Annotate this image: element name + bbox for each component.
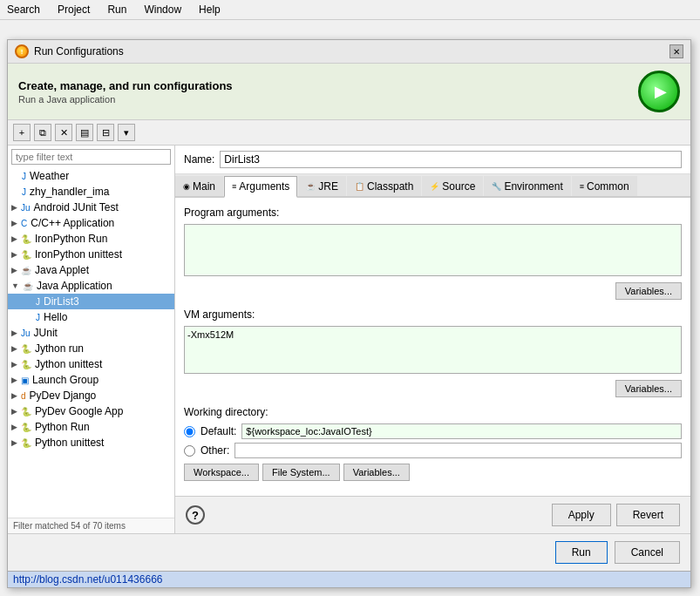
tab-common-label: Common xyxy=(587,180,629,193)
tree-item-junit[interactable]: ▶ Ju JUnit xyxy=(8,325,174,341)
group-icon: 🐍 xyxy=(21,360,31,369)
workspace-buttons-row: Workspace... File System... Variables... xyxy=(184,464,682,481)
expand-icon[interactable]: ▶ xyxy=(11,438,17,447)
tree-item-ironpython-unittest[interactable]: ▶ 🐍 IronPython unittest xyxy=(8,247,174,262)
dir-variables-button[interactable]: Variables... xyxy=(343,464,410,481)
tab-arguments[interactable]: ≡ Arguments xyxy=(224,176,297,198)
tab-classpath[interactable]: 📋 Classpath xyxy=(347,176,421,196)
name-label: Name: xyxy=(184,153,214,166)
tree-item-jython-unittest[interactable]: ▶ 🐍 Jython unittest xyxy=(8,356,174,372)
expand-icon[interactable]: ▶ xyxy=(11,391,17,400)
tab-environment-label: Environment xyxy=(504,180,562,193)
expand-icon[interactable]: ▶ xyxy=(11,219,17,227)
java-icon: J xyxy=(36,313,40,322)
tree-item-label: Java Applet xyxy=(35,264,89,276)
vm-args-input[interactable]: -Xmx512M xyxy=(184,326,682,374)
expand-icon[interactable]: ▶ xyxy=(11,203,17,212)
dialog-icon: ! xyxy=(15,44,29,58)
tree-item-label: Weather xyxy=(30,170,69,182)
expand-icon[interactable]: ▼ xyxy=(11,281,19,290)
tree-item-python-unittest[interactable]: ▶ 🐍 Python unittest xyxy=(8,435,174,450)
expand-icon[interactable]: ▶ xyxy=(11,250,17,259)
menu-search[interactable]: Search xyxy=(3,2,44,17)
vm-args-variables-button[interactable]: Variables... xyxy=(615,380,682,397)
expand-icon[interactable]: ▶ xyxy=(11,423,17,431)
right-panel: Name: ◉ Main ≡ Arguments ☕ JRE 📋 xyxy=(175,146,690,533)
other-radio[interactable] xyxy=(184,445,195,457)
expand-icon[interactable]: ▶ xyxy=(11,328,17,337)
other-radio-row: Other: xyxy=(184,443,682,458)
tree-item-label: Hello xyxy=(44,311,67,323)
tab-environment[interactable]: 🔧 Environment xyxy=(484,176,570,196)
tree-item-java-application[interactable]: ▼ ☕ Java Application xyxy=(8,278,174,294)
group-icon: 🐍 xyxy=(21,344,31,354)
tree-item-cpp[interactable]: ▶ C C/C++ Application xyxy=(8,215,174,231)
tab-jre[interactable]: ☕ JRE xyxy=(298,176,346,196)
delete-button[interactable]: ✕ xyxy=(55,124,72,141)
tree-item-ironpython-run[interactable]: ▶ 🐍 IronPython Run xyxy=(8,231,174,247)
classpath-tab-icon: 📋 xyxy=(355,182,364,191)
dialog-titlebar: ! Run Configurations ✕ xyxy=(8,40,690,64)
workspace-button[interactable]: Workspace... xyxy=(184,464,259,481)
tree-item-hello[interactable]: J Hello xyxy=(8,309,174,325)
tab-common[interactable]: ≡ Common xyxy=(572,176,637,196)
tab-source[interactable]: ⚡ Source xyxy=(422,176,483,196)
program-args-variables-button[interactable]: Variables... xyxy=(615,282,682,300)
footer-url: http://blog.csdn.net/u011436666 xyxy=(13,573,162,586)
tab-jre-label: JRE xyxy=(318,180,338,193)
tree-item-pydev-django[interactable]: ▶ d PyDev Django xyxy=(8,388,174,403)
default-radio-label[interactable]: Default: xyxy=(200,425,236,437)
tree-item-label: IronPython unittest xyxy=(35,248,122,261)
other-dir-input[interactable] xyxy=(234,443,682,458)
filesystem-button[interactable]: File System... xyxy=(262,464,340,481)
expand-icon[interactable]: ▶ xyxy=(11,344,17,353)
cancel-button[interactable]: Cancel xyxy=(615,541,680,564)
tree-item-pydev-google[interactable]: ▶ 🐍 PyDev Google App xyxy=(8,403,174,419)
expand-icon[interactable]: ▶ xyxy=(11,266,17,274)
group-icon: 🐍 xyxy=(21,438,31,448)
tree-item-launch-group[interactable]: ▶ ▣ Launch Group xyxy=(8,372,174,388)
menu-help[interactable]: Help xyxy=(195,2,224,17)
default-radio[interactable] xyxy=(184,426,195,437)
tree-item-zhy[interactable]: J zhy_handler_ima xyxy=(8,184,174,200)
run-configurations-dialog: ! Run Configurations ✕ Create, manage, a… xyxy=(7,39,691,588)
tree-item-java-applet[interactable]: ▶ ☕ Java Applet xyxy=(8,262,174,278)
menu-project[interactable]: Project xyxy=(54,2,93,17)
run-large-button[interactable] xyxy=(638,71,680,112)
bottom-right-buttons: Apply Revert xyxy=(552,504,680,526)
run-button[interactable]: Run xyxy=(555,541,608,564)
java-icon: J xyxy=(22,187,26,197)
collapse-all-button[interactable]: ⊟ xyxy=(97,124,114,141)
tree-item-dirlist3[interactable]: J DirList3 xyxy=(8,294,174,309)
environment-tab-icon: 🔧 xyxy=(492,182,501,191)
expand-icon[interactable]: ▶ xyxy=(11,360,17,369)
menu-run[interactable]: Run xyxy=(104,2,130,17)
tab-main[interactable]: ◉ Main xyxy=(175,176,223,196)
tree-item-python-run[interactable]: ▶ 🐍 Python Run xyxy=(8,419,174,435)
tree-item-android-junit[interactable]: ▶ Ju Android JUnit Test xyxy=(8,200,174,215)
filter-button[interactable]: ▤ xyxy=(76,124,93,141)
filter-status: Filter matched 54 of 70 items xyxy=(8,518,174,533)
tree-item-label: C/C++ Application xyxy=(31,217,114,229)
default-dir-input[interactable] xyxy=(241,423,682,439)
menu-window[interactable]: Window xyxy=(140,2,185,17)
revert-button[interactable]: Revert xyxy=(616,504,680,526)
close-button[interactable]: ✕ xyxy=(669,44,683,58)
expand-icon[interactable]: ▶ xyxy=(11,407,17,416)
header-title: Create, manage, and run configurations xyxy=(18,79,233,92)
new-config-button[interactable]: + xyxy=(13,124,31,141)
tree-item-weather[interactable]: J Weather xyxy=(8,168,174,184)
name-input[interactable] xyxy=(220,151,682,168)
expand-icon[interactable]: ▶ xyxy=(11,234,17,243)
dialog-content: J Weather J zhy_handler_ima ▶ Ju Android… xyxy=(8,146,690,533)
duplicate-button[interactable]: ⧉ xyxy=(34,124,51,141)
apply-button[interactable]: Apply xyxy=(552,504,611,526)
expand-icon[interactable]: ▶ xyxy=(11,376,17,384)
other-radio-label[interactable]: Other: xyxy=(200,444,229,457)
tree-item-jython-run[interactable]: ▶ 🐍 Jython run xyxy=(8,341,174,356)
working-dir-label: Working directory: xyxy=(184,406,682,418)
filter-input[interactable] xyxy=(11,149,171,165)
program-args-input[interactable] xyxy=(184,224,682,276)
help-button[interactable]: ? xyxy=(186,505,205,525)
more-button[interactable]: ▾ xyxy=(118,124,135,141)
